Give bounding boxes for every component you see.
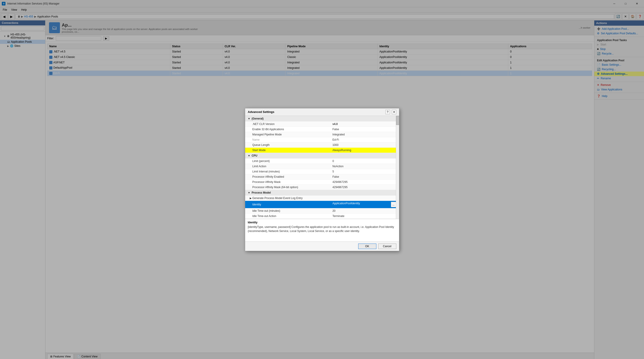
category-label: ▼Process Model: [245, 190, 399, 195]
settings-row: ▼Process Model: [245, 190, 399, 195]
setting-label: Identity: [245, 201, 330, 208]
setting-value: Terminate: [330, 213, 399, 219]
settings-row[interactable]: Processor Affinity Mask (64-bit option) …: [245, 184, 399, 190]
modal-content: ▼(General) .NET CLR Version v4.0 Enable …: [245, 116, 399, 219]
settings-row[interactable]: .NET CLR Version v4.0: [245, 121, 399, 127]
modal-overlay: Advanced Settings ? ✕ ▼(General) .NET CL…: [0, 0, 644, 359]
expand-icon[interactable]: ▼: [248, 117, 250, 120]
setting-label: Queue Length: [245, 142, 330, 147]
category-label: ▼(General): [245, 116, 399, 122]
settings-row[interactable]: Limit Interval (minutes) 5: [245, 169, 399, 174]
expand-icon[interactable]: ▼: [248, 191, 250, 194]
modal-close-button[interactable]: ✕: [392, 110, 396, 114]
setting-label: Limit Interval (minutes): [245, 169, 330, 174]
settings-row[interactable]: Processor Affinity Mask 4294967295: [245, 179, 399, 184]
setting-value: 20: [330, 208, 399, 213]
settings-row: ▼CPU: [245, 153, 399, 158]
setting-value: 0: [330, 158, 399, 164]
modal-description: Identity [identityType, username, passwo…: [245, 219, 399, 241]
settings-row[interactable]: Name Ed-Fi: [245, 137, 399, 142]
scrollbar-thumb[interactable]: [396, 116, 399, 125]
modal-controls: ? ✕: [386, 110, 396, 114]
modal-title: Advanced Settings: [248, 110, 274, 114]
highlighted-row[interactable]: Start Mode AlwaysRunning: [245, 147, 399, 153]
advanced-settings-dialog: Advanced Settings ? ✕ ▼(General) .NET CL…: [245, 108, 399, 251]
setting-value: Ed-Fi: [330, 137, 399, 142]
settings-row[interactable]: Limit (percent) 0: [245, 158, 399, 164]
settings-row[interactable]: Limit Action NoAction: [245, 164, 399, 169]
setting-value: 1000: [330, 142, 399, 147]
setting-value: 4294967295: [330, 179, 399, 184]
setting-value: [330, 195, 399, 201]
settings-row[interactable]: ▶Generate Process Model Event Log Entry: [245, 195, 399, 201]
identity-browse-button[interactable]: ...: [391, 202, 396, 207]
cancel-button[interactable]: Cancel: [378, 244, 396, 249]
category-label: ▼CPU: [245, 153, 399, 158]
modal-footer: OK Cancel: [245, 241, 399, 251]
setting-label: Managed Pipeline Mode: [245, 132, 330, 137]
setting-value: 5: [330, 169, 399, 174]
setting-value: 4294967295: [330, 184, 399, 190]
setting-value: v4.0: [330, 121, 399, 127]
modal-title-bar: Advanced Settings ? ✕: [245, 108, 399, 116]
setting-label: Idle Time-out (minutes): [245, 208, 330, 213]
setting-value: NoAction: [330, 164, 399, 169]
setting-label: Limit Action: [245, 164, 330, 169]
desc-title: Identity: [248, 221, 396, 224]
modal-help-button[interactable]: ?: [386, 110, 390, 114]
setting-label: Start Mode: [245, 147, 330, 153]
setting-label: Processor Affinity Enabled: [245, 174, 330, 179]
setting-label: Processor Affinity Mask (64-bit option): [245, 184, 330, 190]
setting-label: Enable 32-Bit Applications: [245, 127, 330, 132]
setting-label: ▶Generate Process Model Event Log Entry: [245, 195, 330, 201]
settings-row[interactable]: Enable 32-Bit Applications False: [245, 127, 399, 132]
settings-row[interactable]: Managed Pipeline Mode Integrated: [245, 132, 399, 137]
desc-text: [identityType, username, password] Confi…: [248, 225, 396, 233]
setting-value: False: [330, 127, 399, 132]
setting-label: Name: [245, 137, 330, 142]
setting-label: .NET CLR Version: [245, 121, 330, 127]
expand-row-icon[interactable]: ▶: [250, 197, 252, 199]
setting-value: False: [330, 174, 399, 179]
settings-row[interactable]: Queue Length 1000: [245, 142, 399, 147]
ok-button[interactable]: OK: [358, 244, 376, 249]
expand-icon[interactable]: ▼: [248, 154, 250, 157]
selected-settings-row[interactable]: Identity ApplicationPoolIdentity...: [245, 201, 399, 208]
setting-label: Limit (percent): [245, 158, 330, 164]
settings-row[interactable]: Idle Time-out Action Terminate: [245, 213, 399, 219]
settings-row[interactable]: Idle Time-out (minutes) 20: [245, 208, 399, 213]
setting-label: Idle Time-out Action: [245, 213, 330, 219]
setting-value: Integrated: [330, 132, 399, 137]
setting-value: AlwaysRunning: [330, 147, 399, 153]
settings-row: ▼(General): [245, 116, 399, 122]
settings-row[interactable]: Processor Affinity Enabled False: [245, 174, 399, 179]
setting-label: Processor Affinity Mask: [245, 179, 330, 184]
settings-table: ▼(General) .NET CLR Version v4.0 Enable …: [245, 116, 399, 219]
setting-value: ApplicationPoolIdentity...: [330, 201, 399, 208]
modal-scrollbar[interactable]: [396, 116, 399, 219]
